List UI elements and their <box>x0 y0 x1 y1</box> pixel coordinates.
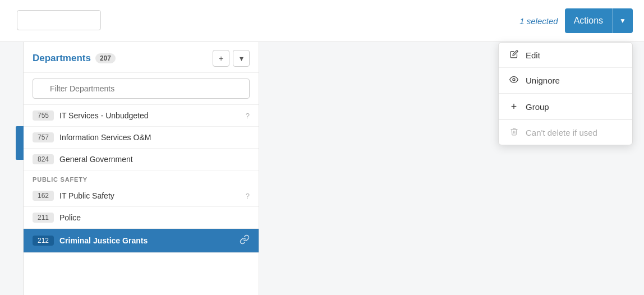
sidebar-header-actions: + ▾ <box>213 50 250 67</box>
edit-icon <box>509 50 519 60</box>
dept-name: Information Services O&M <box>59 133 250 142</box>
link-icon <box>240 234 250 247</box>
selected-count: 1 selected <box>519 16 558 26</box>
dept-name: General Government <box>59 155 250 164</box>
sidebar-header: Departments 207 + ▾ <box>24 42 259 73</box>
dept-item-755[interactable]: 755 IT Services - Unbudgeted ? <box>24 105 259 127</box>
dept-name: IT Services - Unbudgeted <box>59 111 240 120</box>
sidebar: Departments 207 + ▾ ▼ 755 IT Services - … <box>24 42 259 295</box>
actions-arrow-icon: ▼ <box>613 8 633 33</box>
delete-label: Can't delete if used <box>526 128 597 137</box>
dept-name: IT Public Safety <box>59 191 240 200</box>
sidebar-title: Departments <box>33 53 91 64</box>
dept-badge: ? <box>246 192 250 200</box>
department-list: 755 IT Services - Unbudgeted ? 757 Infor… <box>24 105 259 295</box>
dept-item-211[interactable]: 211 Police <box>24 207 259 229</box>
actions-label: Actions <box>565 8 613 33</box>
dropdown-item-edit[interactable]: Edit <box>499 43 632 68</box>
add-department-button[interactable]: + <box>213 50 229 67</box>
sidebar-count: 207 <box>95 53 116 63</box>
left-accent-bar <box>16 126 24 160</box>
dept-id: 212 <box>33 236 54 246</box>
dept-id: 211 <box>33 213 54 223</box>
search-box[interactable] <box>17 10 101 30</box>
plus-icon: + <box>509 102 519 112</box>
dept-item-757[interactable]: 757 Information Services O&M <box>24 127 259 149</box>
edit-label: Edit <box>526 50 540 60</box>
dept-id: 755 <box>33 110 54 121</box>
sidebar-dropdown-button[interactable]: ▾ <box>233 50 250 67</box>
group-label: Group <box>526 102 549 112</box>
dept-name: Police <box>59 213 250 222</box>
dept-item-212[interactable]: 212 Criminal Justice Grants <box>24 229 259 253</box>
actions-dropdown-menu: Edit Unignore + Group Can't delete if us… <box>498 42 633 145</box>
dept-item-162[interactable]: 162 IT Public Safety ? <box>24 185 259 207</box>
dept-id: 757 <box>33 132 54 142</box>
sidebar-title-group: Departments 207 <box>33 53 116 64</box>
dept-name: Criminal Justice Grants <box>59 236 234 245</box>
eye-icon <box>509 75 519 86</box>
dept-id: 824 <box>33 154 54 164</box>
trash-icon <box>509 127 519 137</box>
filter-wrapper: ▼ <box>33 79 250 99</box>
dept-id: 162 <box>33 191 54 201</box>
section-label-public-safety: PUBLIC SAFETY <box>24 170 259 185</box>
actions-button[interactable]: Actions ▼ <box>565 8 633 33</box>
unignore-label: Unignore <box>526 76 560 85</box>
dept-badge: ? <box>246 112 250 120</box>
dropdown-item-group[interactable]: + Group <box>499 94 632 119</box>
svg-point-0 <box>513 79 515 81</box>
dept-item-824[interactable]: 824 General Government <box>24 149 259 170</box>
left-accent <box>0 42 24 295</box>
dropdown-item-unignore[interactable]: Unignore <box>499 68 632 94</box>
dropdown-item-delete: Can't delete if used <box>499 119 632 145</box>
filter-row: ▼ <box>24 73 259 105</box>
top-bar: 1 selected Actions ▼ <box>0 0 644 42</box>
filter-input[interactable] <box>33 79 250 99</box>
